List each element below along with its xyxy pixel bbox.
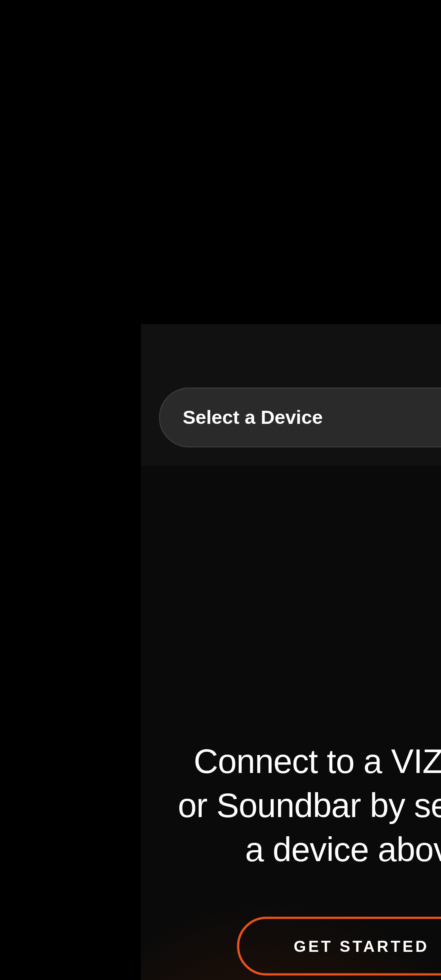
connect-message: Connect to a VIZIO TV or Soundbar by sel…	[177, 739, 441, 871]
main-content: Connect to a VIZIO TV or Soundbar by sel…	[141, 466, 441, 980]
header: Select a Device ›	[141, 324, 441, 466]
get-started-label: GET STARTED	[294, 936, 429, 954]
select-device-label: Select a Device	[183, 406, 323, 428]
get-started-button[interactable]: GET STARTED	[237, 916, 441, 975]
app-container: Select a Device › Connect to a VIZIO TV …	[141, 324, 441, 980]
select-device-button[interactable]: Select a Device ›	[159, 388, 441, 448]
